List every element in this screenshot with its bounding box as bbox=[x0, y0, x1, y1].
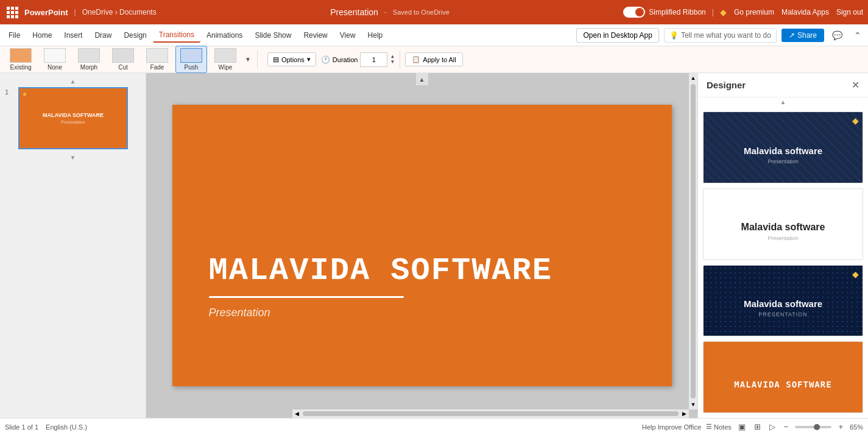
share-icon: ↗ bbox=[789, 31, 795, 40]
premium-badge-1: ◆ bbox=[852, 116, 859, 126]
zoom-level[interactable]: 65% bbox=[850, 423, 863, 431]
canvas-vscrollbar[interactable]: ▲ ▼ bbox=[689, 73, 697, 409]
designer-thumb-3: Malavida software PRESENTATION ◆ bbox=[704, 266, 863, 337]
transition-more-btn[interactable]: ▼ bbox=[244, 56, 252, 63]
share-btn[interactable]: ↗ Share bbox=[782, 29, 824, 42]
comments-btn[interactable]: 💬 bbox=[829, 27, 845, 43]
toolbar: Existing None Morph Cut Fade Push Wipe ▼… bbox=[0, 46, 868, 73]
designer-item-1[interactable]: Malavida software Presentation ◆ bbox=[703, 111, 863, 183]
canvas-area: ▲ MALAVIDA SOFTWARE Presentation ◀ ▶ ▲ ▼ bbox=[146, 73, 697, 418]
duration-label: Duration bbox=[333, 56, 358, 63]
zoom-slider[interactable] bbox=[795, 426, 831, 428]
slide-main-title: MALAVIDA SOFTWARE bbox=[209, 253, 553, 289]
transition-morph[interactable]: Morph bbox=[73, 46, 105, 73]
canvas-scroll-up[interactable]: ▲ bbox=[416, 73, 428, 85]
clock-icon: 🕐 bbox=[321, 55, 330, 64]
duration-input[interactable] bbox=[360, 52, 387, 67]
designer-item-4[interactable]: MALAVIDA SOFTWARE bbox=[703, 341, 863, 413]
transition-none[interactable]: None bbox=[39, 46, 71, 73]
designer-thumb-1: Malavida software Presentation ◆ bbox=[704, 112, 863, 183]
menu-item-home[interactable]: Home bbox=[26, 29, 58, 42]
malavida-apps-btn[interactable]: Malavida Apps bbox=[782, 8, 829, 16]
help-improve-label[interactable]: Help Improve Office bbox=[642, 423, 701, 431]
title-bar-separator-2: | bbox=[712, 8, 714, 16]
hscroll-thumb[interactable] bbox=[303, 411, 679, 416]
slide-thumb-subtitle: Presentation bbox=[43, 120, 104, 124]
open-desktop-btn[interactable]: Open in Desktop App bbox=[576, 28, 658, 43]
language-label: English (U.S.) bbox=[46, 423, 87, 431]
options-btn[interactable]: ▤ Options ▾ bbox=[267, 52, 316, 66]
canvas-hscrollbar[interactable]: ◀ ▶ bbox=[292, 409, 689, 418]
apps-grid-icon[interactable] bbox=[5, 5, 19, 19]
menu-item-view[interactable]: View bbox=[334, 29, 362, 42]
slide-number: 1 bbox=[5, 87, 15, 96]
menu-item-review[interactable]: Review bbox=[297, 29, 333, 42]
simplified-ribbon-label: Simplified Ribbon bbox=[649, 8, 705, 16]
designer-item-2[interactable]: Malavida software Presentation bbox=[703, 188, 863, 260]
designer-thumb-2: Malavida software Presentation bbox=[704, 189, 863, 260]
file-path[interactable]: OneDrive › Documents bbox=[82, 8, 157, 16]
save-status: Saved to OneDrive bbox=[393, 9, 450, 16]
menu-item-help[interactable]: Help bbox=[362, 29, 389, 42]
simplified-ribbon-toggle[interactable] bbox=[623, 7, 645, 18]
duration-up-btn[interactable]: ▲ bbox=[390, 54, 395, 59]
collapse-ribbon-btn[interactable]: ⌃ bbox=[850, 27, 866, 43]
options-icon: ▤ bbox=[273, 55, 279, 63]
slide-canvas[interactable]: MALAVIDA SOFTWARE Presentation bbox=[172, 105, 672, 386]
slide-star-icon: ★ bbox=[22, 91, 27, 97]
lightbulb-icon: 💡 bbox=[669, 31, 679, 40]
menu-item-design[interactable]: Design bbox=[118, 29, 152, 42]
path-separator: | bbox=[74, 8, 76, 16]
save-status-separator: - bbox=[384, 8, 387, 16]
notes-btn[interactable]: ☰ Notes bbox=[706, 423, 732, 431]
options-chevron-icon: ▾ bbox=[307, 55, 311, 63]
designer-scroll-up[interactable]: ▲ bbox=[698, 97, 868, 107]
reading-view-btn[interactable]: ▷ bbox=[767, 422, 777, 431]
premium-badge-3: ◆ bbox=[852, 269, 859, 279]
zoom-in-btn[interactable]: + bbox=[836, 422, 845, 431]
transition-existing[interactable]: Existing bbox=[5, 46, 37, 73]
slide-underline-decoration bbox=[209, 296, 404, 298]
menu-item-insert[interactable]: Insert bbox=[58, 29, 88, 42]
transition-fade[interactable]: Fade bbox=[141, 46, 173, 73]
go-premium-btn[interactable]: Go premium bbox=[734, 8, 774, 16]
tell-me-area[interactable]: 💡 Tell me what you want to do bbox=[664, 28, 777, 43]
transition-cut[interactable]: Cut bbox=[107, 46, 139, 73]
app-name: PowerPoint bbox=[24, 8, 68, 17]
hscroll-right-btn[interactable]: ▶ bbox=[680, 411, 689, 417]
designer-item-3[interactable]: Malavida software PRESENTATION ◆ bbox=[703, 265, 863, 337]
menu-item-slideshow[interactable]: Slide Show bbox=[249, 29, 297, 42]
hscroll-left-btn[interactable]: ◀ bbox=[292, 411, 302, 417]
slide-panel-scroll-up[interactable]: ▲ bbox=[5, 78, 141, 85]
slide-thumb-image: ★ MALAVIDA SOFTWARE Presentation bbox=[18, 87, 128, 149]
menu-item-draw[interactable]: Draw bbox=[88, 29, 118, 42]
duration-down-btn[interactable]: ▼ bbox=[390, 60, 395, 65]
slide-thumb-title: MALAVIDA SOFTWARE bbox=[43, 112, 104, 118]
designer-items: Malavida software Presentation ◆ Malavid… bbox=[698, 107, 868, 418]
zoom-out-btn[interactable]: − bbox=[782, 422, 791, 431]
menu-item-animations[interactable]: Animations bbox=[200, 29, 249, 42]
slide-sorter-btn[interactable]: ⊞ bbox=[752, 422, 763, 431]
slide-thumbnail-1[interactable]: 1 ★ MALAVIDA SOFTWARE Presentation bbox=[5, 87, 141, 149]
transition-wipe[interactable]: Wipe bbox=[210, 46, 241, 73]
designer-item-3-title: Malavida software bbox=[744, 299, 822, 309]
designer-item-1-title: Malavida software bbox=[744, 146, 822, 156]
menu-bar: File Home Insert Draw Design Transitions… bbox=[0, 24, 868, 46]
menu-item-transitions[interactable]: Transitions bbox=[153, 28, 200, 43]
designer-close-btn[interactable]: ✕ bbox=[852, 79, 859, 91]
vscroll-down-btn[interactable]: ▼ bbox=[691, 400, 696, 409]
doc-name: Presentation bbox=[330, 7, 378, 17]
designer-item-1-subtitle: Presentation bbox=[744, 158, 822, 164]
vscroll-up-btn[interactable]: ▲ bbox=[691, 73, 696, 83]
sign-out-btn[interactable]: Sign out bbox=[836, 8, 863, 16]
apply-all-btn[interactable]: 📋 Apply to All bbox=[405, 52, 462, 66]
transition-push[interactable]: Push bbox=[175, 46, 207, 73]
normal-view-btn[interactable]: ▣ bbox=[736, 422, 747, 431]
designer-item-2-subtitle: Presentation bbox=[741, 235, 825, 241]
menu-item-file[interactable]: File bbox=[2, 29, 26, 42]
designer-panel: Designer ✕ ▲ Malavida software Presentat… bbox=[697, 73, 868, 418]
slide-subtitle: Presentation bbox=[209, 306, 270, 319]
designer-item-2-title: Malavida software bbox=[741, 222, 825, 233]
slide-panel-scroll-down[interactable]: ▼ bbox=[5, 154, 141, 161]
vscroll-thumb[interactable] bbox=[691, 84, 696, 398]
